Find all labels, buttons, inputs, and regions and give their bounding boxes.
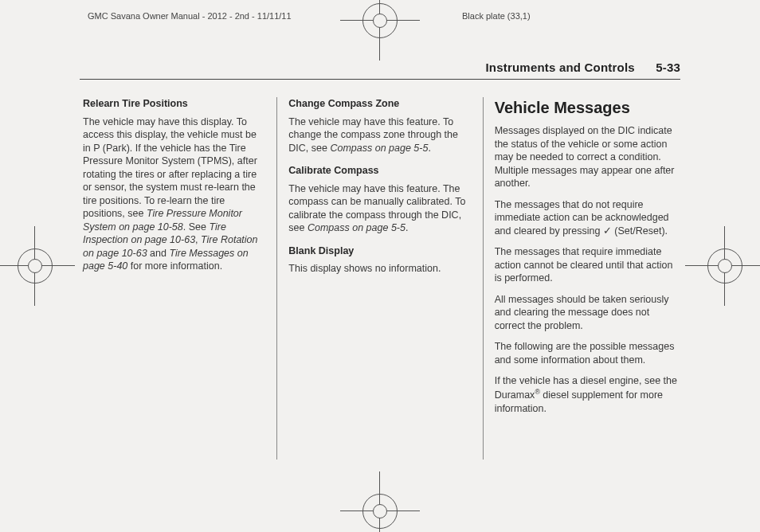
page-body: Instruments and Controls 5-33 Relearn Ti… — [80, 61, 680, 460]
xref-compass-1: Compass on page 5‑5 — [330, 143, 428, 154]
text-run: . — [405, 222, 408, 233]
para-vm-1: Messages displayed on the DIC indicate t… — [495, 124, 677, 190]
subhead-calibrate-compass: Calibrate Compass — [288, 164, 471, 178]
subhead-blank-display: Blank Display — [288, 244, 471, 258]
print-meta-left: GMC Savana Owner Manual - 2012 - 2nd - 1… — [88, 11, 292, 21]
section-title: Instruments and Controls — [485, 61, 634, 74]
text-run: and — [147, 248, 170, 259]
page-number: 5-33 — [656, 61, 680, 74]
check-icon: ✓ — [603, 225, 612, 237]
text-run: The vehicle may have this display. To ac… — [83, 116, 257, 220]
para-change-compass: The vehicle may have this feature. To ch… — [288, 115, 471, 155]
para-vm-2: The messages that do not require immedia… — [495, 198, 677, 238]
heading-vehicle-messages: Vehicle Messages — [495, 97, 677, 118]
three-column-layout: Relearn Tire Positions The vehicle may h… — [80, 97, 680, 460]
registration-mark-bottom — [362, 494, 398, 529]
text-run: , — [195, 234, 201, 245]
para-vm-3: The messages that require immediate acti… — [495, 245, 677, 285]
registration-mark-left — [18, 248, 53, 284]
para-relearn-tire: The vehicle may have this display. To ac… — [83, 115, 265, 273]
text-run: (Set/Reset). — [612, 225, 668, 237]
text-run: for more information. — [127, 260, 222, 272]
subhead-change-compass: Change Compass Zone — [288, 97, 471, 111]
column-1: Relearn Tire Positions The vehicle may h… — [80, 97, 276, 460]
para-vm-4: All messages should be taken seriously a… — [495, 293, 677, 333]
print-meta-right: Black plate (33,1) — [462, 11, 531, 21]
column-3: Vehicle Messages Messages displayed on t… — [483, 97, 680, 460]
text-run: . — [428, 143, 430, 154]
para-vm-5: The following are the possible messages … — [495, 340, 677, 366]
xref-compass-2: Compass on page 5‑5 — [308, 222, 405, 233]
para-calibrate-compass: The vehicle may have this feature. The c… — [288, 182, 471, 235]
subhead-relearn-tire: Relearn Tire Positions — [83, 97, 265, 111]
running-header: Instruments and Controls 5-33 — [80, 61, 680, 80]
para-blank-display: This display shows no information. — [288, 262, 471, 276]
para-vm-6: If the vehicle has a diesel engine, see … — [495, 374, 677, 415]
column-2: Change Compass Zone The vehicle may have… — [276, 97, 482, 460]
registration-mark-right — [707, 248, 742, 284]
text-run: . See — [183, 221, 210, 233]
registration-mark-top — [362, 3, 398, 38]
